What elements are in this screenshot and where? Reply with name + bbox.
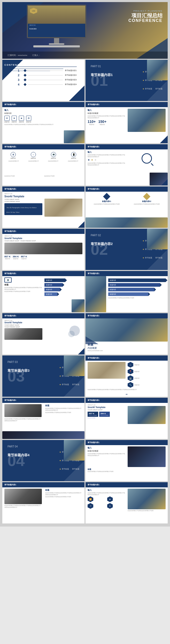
arrow-2: 标题内容 <box>44 283 63 287</box>
screen-city-img <box>28 6 85 24</box>
contents-items: 1 章节标题内容1 2 章节标题内容2 3 章节标题内容3 <box>18 67 77 88</box>
icons-row: ✉ 标题内容 ♥ 标题内容 ★ 标题内容 ⚙ 标题内容 <box>4 116 82 123</box>
icon-laptop: 💻 <box>51 152 56 157</box>
slide-2b-body: 输入 标题内容概要 此处添加简要文字说明此处添加简要文字说明此处添加简要文字说明… <box>86 107 168 133</box>
icon-star: ★ <box>19 116 24 121</box>
contents-slide: CONTENTS 1 章节标题内容1 2 章节标题内容2 3 <box>2 60 84 101</box>
ci-line-4 <box>28 84 63 85</box>
row-5: 章节标题内容1 ABOUT US Snorkl Template YOUR GR… <box>2 229 168 270</box>
contents-item-1: 1 章节标题内容1 <box>18 69 77 72</box>
chapter2-part: PART 02 <box>91 234 101 237</box>
hero-conference: CONFERENCE <box>128 18 163 23</box>
slide-7b-summary: 内容概要 <box>88 346 166 350</box>
ci-diamond-2 <box>24 74 26 77</box>
chapter-1-slide: 01 PART 01 章节标题内容1 章节标题章节标题 章节标题章节标题 章节标… <box>86 60 168 101</box>
hero-title-cn: 项目汇报总结 <box>128 13 163 18</box>
star-3: ★ <box>94 158 97 161</box>
slide-8b-photo <box>88 362 126 379</box>
chapter-4-slide: 04 PART 04 章节标题内容4 章节标题章节标题 章节标题章节标题 章节标… <box>2 440 84 481</box>
magnifier-icon <box>142 153 152 164</box>
slide-9b: 章节标题内容1 ABOUT US Snorkl Template YOUR GR… <box>86 398 168 439</box>
chapter4-photo <box>64 440 84 461</box>
star-1: ★ <box>88 158 90 161</box>
slide-2a: 章节标题内容1 输入 标题内容 ✉ 标题内容 ♥ 标题内容 ★ <box>2 102 84 143</box>
monitor-screen: LOGO MARKETING PLAN 20XX <box>27 5 86 38</box>
contents-item-2: 2 章节标题内容2 <box>18 74 77 77</box>
contents-item-4: 4 章节标题内容4 <box>18 83 77 86</box>
arrow-1: 标题内容 <box>44 278 65 282</box>
ci-line-3 <box>28 80 63 80</box>
hex-house: ⌂ <box>128 362 133 368</box>
icon-envelope: ✉ <box>4 116 10 121</box>
contents-item-3: 3 章节标题内容3 <box>18 78 77 81</box>
hex-info: ℹ <box>107 503 113 509</box>
hero-monitor: LOGO MARKETING PLAN 20XX <box>23 5 90 48</box>
chapter4-title: 章节标题内容4 <box>7 453 29 457</box>
arrow-3: 标题内容 <box>44 288 60 291</box>
ci-line-2 <box>28 75 63 75</box>
chapter2-photo <box>147 229 168 249</box>
chapter-3-slide: 03 PART 03 章节标题内容3 章节标题章节标题 章节标题章节标题 章节标… <box>2 355 84 397</box>
monitor-base <box>49 43 64 45</box>
hex-pin: 📍 <box>128 369 133 374</box>
slide-7a-photo <box>4 328 42 340</box>
slide-2b-cols: 输入 标题内容概要 此处添加简要文字说明此处添加简要文字说明此处添加简要文字说明… <box>88 109 166 132</box>
hero-info2: 汇报人： <box>32 54 41 57</box>
icon-heart: ♥ <box>12 116 17 121</box>
slide-3b: 章节标题内容1 输入 此处添加简要文字说明此处添加简要文字说明此处添加简要文字说… <box>86 144 168 185</box>
row-10: 04 PART 04 章节标题内容4 章节标题章节标题 章节标题章节标题 章节标… <box>2 440 168 481</box>
slide-9a: 章节标题内容1 此处添加简要文字说明此处添加简要文字说明此处添加简要文字说明此处… <box>2 398 84 439</box>
hero-slide: LOGO MARKETING PLAN 20XX PROJECT PLANNIN… <box>2 2 168 59</box>
screen-content: MARKETING PLAN 20XX <box>28 24 85 31</box>
ci-diamond-4 <box>24 83 26 86</box>
icon-gear: ⚙ <box>26 116 31 121</box>
icon-monitor: 🖥 <box>11 152 16 157</box>
chapter3-photo <box>64 355 84 376</box>
row-6: 章节标题内容1 💻 标题 此处添加简要文字说明此处添加简要文字说明此处添加简要文… <box>2 271 168 312</box>
slide-2a-body: 输入 标题内容 ✉ 标题内容 ♥ 标题内容 ★ 标题内容 <box>2 107 84 127</box>
slide-5a-photo <box>4 243 82 254</box>
hero-project-planning: PROJECT PLANNING <box>128 10 163 12</box>
laptop-icon: 💻 <box>4 277 12 283</box>
slide-2a-header: 章节标题内容1 <box>2 102 84 107</box>
slide-2b-tri <box>160 135 168 143</box>
row-1: CONTENTS 1 章节标题内容1 2 章节标题内容2 3 <box>2 60 168 101</box>
icon-circle-2: ○ <box>31 152 36 157</box>
ci-diamond-1 <box>24 69 26 72</box>
slide-10b-photo <box>128 446 166 467</box>
chapter3-part: PART 03 <box>7 361 18 363</box>
hex-star: ★ <box>107 496 113 502</box>
chapter3-title: 章节标题内容3 <box>7 368 29 373</box>
slide-2b-photo <box>128 109 166 132</box>
hero-info-bar: 汇报时间：xxxx/xx/xx 汇报人： <box>2 52 168 59</box>
stats-row: 110+ 标题内容 150+ 标题内容 <box>88 120 126 125</box>
slide-3a: 章节标题内容1 🖥 标题内容 ○ 标题内容 💻 标题内容 <box>2 144 84 185</box>
diamond-2 <box>143 193 150 200</box>
slide-9a-photo2 <box>2 431 84 439</box>
slide-9b-photo <box>128 406 166 424</box>
row-2: 章节标题内容1 输入 标题内容 ✉ 标题内容 ♥ 标题内容 ★ <box>2 102 168 143</box>
slide-6a: 章节标题内容1 💻 标题 此处添加简要文字说明此处添加简要文字说明此处添加简要文… <box>2 271 84 312</box>
slide-7b-title: 标题 <box>88 343 166 346</box>
ci-diamond-3 <box>24 78 26 81</box>
slide-11b-photo <box>128 489 166 509</box>
chapter1-tri <box>147 80 168 101</box>
slide-7b: 章节标题内容1 标题 内容概要 www.yourwebsite.com <box>86 313 168 354</box>
hex-wifi: 📶 <box>88 496 93 502</box>
hero-title-area: PROJECT PLANNING 项目汇报总结 CONFERENCE <box>128 10 163 23</box>
chapter4-part: PART 04 <box>7 445 18 448</box>
row-7: 章节标题内容1 ABOUT US Snorkl Template YOUR GR… <box>2 313 168 354</box>
contents-label: CONTENTS <box>4 64 21 66</box>
icon-phone: 📱 <box>71 152 76 157</box>
chapter1-title: 章节标题内容1 <box>91 73 113 77</box>
star-2: ★ <box>91 158 93 161</box>
row-8: 03 PART 03 章节标题内容3 章节标题章节标题 章节标题章节标题 章节标… <box>2 355 168 397</box>
slide-7a: 章节标题内容1 ABOUT US Snorkl Template YOUR GR… <box>2 313 84 354</box>
slide-5a: 章节标题内容1 ABOUT US Snorkl Template YOUR GR… <box>2 229 84 270</box>
body-text: 此处添加简要文字说明此处添加简要文字说明此处添加简要文字说明此处添加简要文字 <box>4 124 82 125</box>
ci-line-1 <box>28 71 63 71</box>
row-9: 章节标题内容1 此处添加简要文字说明此处添加简要文字说明此处添加简要文字说明此处… <box>2 398 168 439</box>
slide-2b-header: 章节标题内容1 <box>86 102 168 107</box>
slide-5a-stats: 857 K 标题内容 384 K 标题内容 857 K 标题内容 <box>4 255 82 259</box>
slide-9a-photo1 <box>4 404 42 417</box>
